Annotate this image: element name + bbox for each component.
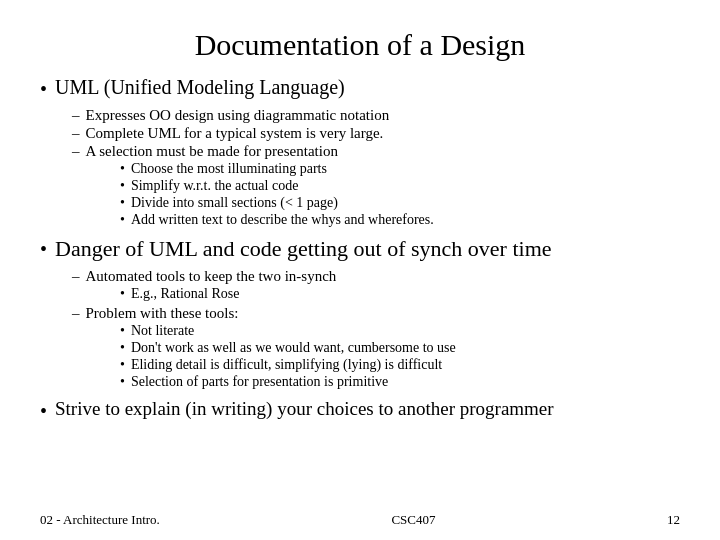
dash-icon: – <box>72 125 80 142</box>
list-item: • Add written text to describe the whys … <box>120 212 680 228</box>
uml-sub-item-2: – Complete UML for a typical system is v… <box>72 125 680 142</box>
danger-sub-text-2: Problem with these tools: <box>86 305 239 322</box>
uml-sub-list: – Expresses OO design using diagrammatic… <box>72 107 680 228</box>
footer-right: 12 <box>667 512 680 528</box>
uml-sub-text-1: Expresses OO design using diagrammatic n… <box>86 107 390 124</box>
bullet-icon: • <box>120 161 125 177</box>
danger-subsub-text-1: E.g., Rational Rose <box>131 286 240 302</box>
uml-subsub-text-4: Add written text to describe the whys an… <box>131 212 434 228</box>
uml-subsub-text-3: Divide into small sections (< 1 page) <box>131 195 338 211</box>
uml-sub-item-3: – A selection must be made for presentat… <box>72 143 680 160</box>
dash-icon: – <box>72 268 80 285</box>
uml-main-bullet: • UML (Unified Modeling Language) <box>40 76 680 101</box>
bullet-icon: • <box>120 178 125 194</box>
uml-sub-item-1: – Expresses OO design using diagrammatic… <box>72 107 680 124</box>
bullet-icon: • <box>40 400 47 423</box>
uml-sub-text-2: Complete UML for a typical system is ver… <box>86 125 384 142</box>
uml-sub-sub-list: • Choose the most illuminating parts • S… <box>120 161 680 228</box>
bullet-icon: • <box>40 78 47 101</box>
danger-sub-list: – Automated tools to keep the two in-syn… <box>72 268 680 390</box>
danger-bullet-text: Danger of UML and code getting out of sy… <box>55 236 552 262</box>
list-item: • Simplify w.r.t. the actual code <box>120 178 680 194</box>
danger-subsub-text-2: Not literate <box>131 323 194 339</box>
slide-footer: 02 - Architecture Intro. CSC407 12 <box>40 512 680 528</box>
bullet-icon: • <box>120 212 125 228</box>
strive-bullet-text: Strive to explain (in writing) your choi… <box>55 398 554 420</box>
bullet-icon: • <box>120 374 125 390</box>
bullet-icon: • <box>120 357 125 373</box>
danger-sub-sub-list-2: • Not literate • Don't work as well as w… <box>120 323 680 390</box>
danger-main-bullet: • Danger of UML and code getting out of … <box>40 236 680 262</box>
danger-subsub-text-4: Eliding detail is difficult, simplifying… <box>131 357 442 373</box>
dash-icon: – <box>72 305 80 322</box>
list-item: • Choose the most illuminating parts <box>120 161 680 177</box>
list-item: • Don't work as well as we would want, c… <box>120 340 680 356</box>
danger-subsub-text-5: Selection of parts for presentation is p… <box>131 374 388 390</box>
dash-icon: – <box>72 143 80 160</box>
uml-section: • UML (Unified Modeling Language) – Expr… <box>40 76 680 232</box>
slide: Documentation of a Design • UML (Unified… <box>0 0 720 540</box>
danger-sub-item-1: – Automated tools to keep the two in-syn… <box>72 268 680 285</box>
bullet-icon: • <box>40 238 47 261</box>
list-item: • Selection of parts for presentation is… <box>120 374 680 390</box>
bullet-icon: • <box>120 286 125 302</box>
list-item: • Divide into small sections (< 1 page) <box>120 195 680 211</box>
list-item: • E.g., Rational Rose <box>120 286 680 302</box>
danger-sub-item-2: – Problem with these tools: <box>72 305 680 322</box>
strive-main-bullet: • Strive to explain (in writing) your ch… <box>40 398 680 423</box>
footer-center: CSC407 <box>391 512 435 528</box>
strive-section: • Strive to explain (in writing) your ch… <box>40 398 680 429</box>
danger-section: • Danger of UML and code getting out of … <box>40 236 680 394</box>
footer-left: 02 - Architecture Intro. <box>40 512 160 528</box>
slide-title: Documentation of a Design <box>40 20 680 62</box>
danger-sub-sub-list-1: • E.g., Rational Rose <box>120 286 680 302</box>
bullet-icon: • <box>120 195 125 211</box>
uml-sub-text-3: A selection must be made for presentatio… <box>86 143 338 160</box>
dash-icon: – <box>72 107 80 124</box>
danger-subsub-text-3: Don't work as well as we would want, cum… <box>131 340 456 356</box>
danger-sub-text-1: Automated tools to keep the two in-synch <box>86 268 337 285</box>
uml-subsub-text-1: Choose the most illuminating parts <box>131 161 327 177</box>
bullet-icon: • <box>120 323 125 339</box>
bullet-icon: • <box>120 340 125 356</box>
list-item: • Eliding detail is difficult, simplifyi… <box>120 357 680 373</box>
uml-subsub-text-2: Simplify w.r.t. the actual code <box>131 178 298 194</box>
uml-bullet-text: UML (Unified Modeling Language) <box>55 76 345 99</box>
list-item: • Not literate <box>120 323 680 339</box>
